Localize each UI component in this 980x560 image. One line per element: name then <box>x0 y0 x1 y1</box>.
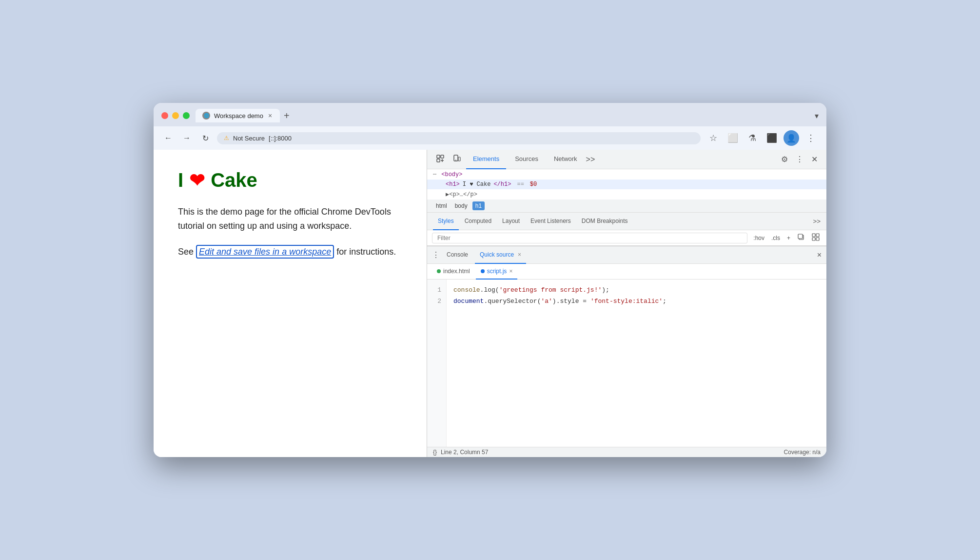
svg-rect-1 <box>437 159 440 162</box>
page-link-paragraph: See Edit and save files in a workspace f… <box>178 245 402 259</box>
maximize-window-button[interactable] <box>183 112 190 119</box>
code-line-1: console.log('greetings from script.js!')… <box>453 284 820 296</box>
elements-p-row[interactable]: ▶<p>…</p> <box>427 189 826 200</box>
h1-open-tag: <h1> <box>446 181 460 188</box>
styles-tab[interactable]: Styles <box>433 213 459 230</box>
devtools-settings-button[interactable]: ⚙ <box>778 153 791 166</box>
p-tag: ▶<p>…</p> <box>446 191 477 198</box>
navigation-bar: ← → ↻ ⚠ Not Secure [::]:8000 ☆ ⬜ ⚗ ⬛ 👤 ⋮ <box>154 126 826 150</box>
close-window-button[interactable] <box>161 112 168 119</box>
devtools-close-button[interactable]: ✕ <box>808 153 821 166</box>
tabs-dropdown-button[interactable]: ▾ <box>815 111 819 120</box>
profile-button[interactable]: 👤 <box>784 130 799 146</box>
h1-content: I ♥ Cake <box>463 181 491 188</box>
tab-close-button[interactable]: × <box>267 112 273 119</box>
address-bar[interactable]: ⚠ Not Secure [::]:8000 <box>217 132 701 144</box>
split-view-button[interactable]: ⬛ <box>764 130 780 146</box>
quick-source-tab-label: Quick source <box>480 251 514 258</box>
svg-rect-11 <box>816 234 819 237</box>
devtools-actions: ⚙ ⋮ ✕ <box>778 153 821 166</box>
elements-h1-row[interactable]: <h1> I ♥ Cake </h1> == $0 <box>427 180 826 189</box>
console-tab[interactable]: Console <box>442 246 473 264</box>
layout-tab[interactable]: Layout <box>497 213 525 230</box>
tabs-row: 🌐 Workspace demo × + ▾ <box>196 109 819 122</box>
bottom-panel-close-button[interactable]: × <box>817 251 822 260</box>
script-js-label: script.js <box>487 268 507 275</box>
inspect-element-button[interactable] <box>433 152 448 167</box>
browser-more-button[interactable]: ⋮ <box>803 130 819 146</box>
nav-actions: ☆ ⬜ ⚗ ⬛ 👤 ⋮ <box>706 130 819 146</box>
devtools-panel: Elements Sources Network >> ⚙ ⋮ ✕ ⋯ <bod… <box>427 150 826 457</box>
quick-source-close-icon[interactable]: × <box>518 251 521 258</box>
labs-button[interactable]: ⚗ <box>745 130 760 146</box>
active-tab[interactable]: 🌐 Workspace demo × <box>196 109 280 122</box>
refresh-button[interactable]: ↻ <box>198 131 212 145</box>
eq-sign: == <box>517 181 524 188</box>
elements-html-panel: ⋯ <body> <h1> I ♥ Cake </h1> == $0 ▶<p>…… <box>427 169 826 200</box>
heading-heart: ❤ <box>189 170 205 191</box>
add-style-button[interactable]: + <box>785 234 792 242</box>
elements-tab[interactable]: Elements <box>466 150 506 169</box>
breadcrumb-h1[interactable]: h1 <box>472 201 485 210</box>
index-html-label: index.html <box>443 268 470 275</box>
link-post-text: for instructions. <box>334 247 396 257</box>
security-icon: ⚠ <box>224 135 229 141</box>
hov-button[interactable]: :hov <box>751 234 766 242</box>
extensions-button[interactable]: ⬜ <box>725 130 741 146</box>
styles-tabs-bar: Styles Computed Layout Event Listeners D… <box>427 213 826 230</box>
pretty-print-icon[interactable]: {} <box>433 449 437 456</box>
browser-content: I ❤ Cake This is the demo page for the o… <box>154 150 826 457</box>
cls-button[interactable]: .cls <box>769 234 782 242</box>
code-content[interactable]: console.log('greetings from script.js!')… <box>447 280 826 447</box>
copy-style-button[interactable] <box>795 232 807 243</box>
network-tab[interactable]: Network <box>547 150 584 169</box>
svg-rect-0 <box>437 155 440 158</box>
line-num-2: 2 <box>427 296 446 307</box>
devtools-toolbar: Elements Sources Network >> ⚙ ⋮ ✕ <box>427 150 826 169</box>
bookmark-button[interactable]: ☆ <box>706 130 721 146</box>
breadcrumb-body[interactable]: body <box>452 201 470 210</box>
browser-window: 🌐 Workspace demo × + ▾ ← → ↻ ⚠ Not Secur… <box>154 103 826 457</box>
more-tabs-button[interactable]: >> <box>586 155 595 164</box>
styles-filter-input[interactable] <box>432 233 747 243</box>
index-html-tab[interactable]: index.html <box>432 264 475 280</box>
dom-breakpoints-tab[interactable]: DOM Breakpoints <box>577 213 633 230</box>
file-tabs-bar: index.html script.js × <box>427 264 826 280</box>
status-bar: {} Line 2, Column 57 Coverage: n/a <box>427 447 826 457</box>
elements-body-row[interactable]: ⋯ <body> <box>427 169 826 180</box>
index-html-dot <box>437 269 441 273</box>
svg-rect-10 <box>812 234 815 237</box>
devtools-more-button[interactable]: ⋮ <box>793 153 806 166</box>
event-listeners-tab[interactable]: Event Listeners <box>526 213 576 230</box>
page-body-text: This is the demo page for the official C… <box>178 205 402 233</box>
workspace-link[interactable]: Edit and save files in a workspace <box>196 245 334 259</box>
forward-button[interactable]: → <box>180 131 194 145</box>
bottom-dots-button[interactable]: ⋮ <box>432 250 440 260</box>
tab-title: Workspace demo <box>214 112 263 120</box>
body-tag: <body> <box>441 171 462 178</box>
elements-dots: ⋯ <box>433 171 436 178</box>
sources-tab[interactable]: Sources <box>508 150 545 169</box>
link-pre-text: See <box>178 247 196 257</box>
device-emulation-button[interactable] <box>450 152 464 167</box>
filter-row: :hov .cls + <box>427 230 826 246</box>
quick-source-tab[interactable]: Quick source × <box>475 246 526 264</box>
script-js-close-icon[interactable]: × <box>509 268 512 275</box>
computed-tab[interactable]: Computed <box>460 213 496 230</box>
new-tab-button[interactable]: + <box>282 111 292 120</box>
filter-actions: :hov .cls + <box>751 232 822 243</box>
window-controls <box>161 112 190 119</box>
more-style-tabs-button[interactable]: >> <box>813 218 821 225</box>
heading-i: I <box>178 169 183 191</box>
toggle-layout-button[interactable] <box>810 232 822 243</box>
cursor-position: Line 2, Column 57 <box>441 449 488 456</box>
svg-rect-12 <box>812 238 815 240</box>
svg-rect-13 <box>816 238 819 240</box>
back-button[interactable]: ← <box>161 131 175 145</box>
address-text: [::]:8000 <box>269 135 292 142</box>
script-js-tab[interactable]: script.js × <box>476 264 518 280</box>
bottom-tabs-bar: ⋮ Console Quick source × × <box>427 246 826 264</box>
svg-rect-2 <box>441 155 444 158</box>
breadcrumb-html[interactable]: html <box>433 201 450 210</box>
minimize-window-button[interactable] <box>172 112 179 119</box>
